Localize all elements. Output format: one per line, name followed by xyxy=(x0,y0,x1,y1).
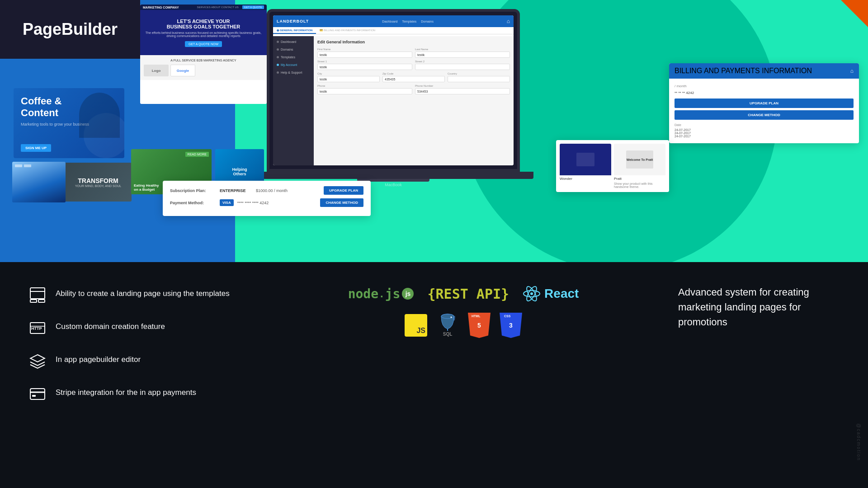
marketing-logos: Logo Google xyxy=(144,65,263,76)
sidebar-dashboard[interactable]: Dashboard xyxy=(273,38,314,46)
marketing-nav: MARKETING COMPANY SERVICES ABOUT CONTACT… xyxy=(140,5,267,10)
sub-payment-label: Payment Method: xyxy=(170,201,220,205)
date-3: 24-07-2017 xyxy=(675,135,854,138)
change-method-btn[interactable]: CHANGE METHOD xyxy=(320,198,363,207)
nav-item-2: Templates xyxy=(402,20,416,23)
get-quote-main-btn[interactable]: GET A QUOTE NOW xyxy=(185,41,222,47)
home-icon: ⌂ xyxy=(507,18,510,24)
sidebar-help[interactable]: Help & Support xyxy=(273,69,314,76)
sidebar-templates-label: Templates xyxy=(281,56,295,59)
sidebar-templates[interactable]: Templates xyxy=(273,53,314,61)
food-title: Eating Healthyon a Budget xyxy=(134,183,159,192)
billing-panel: BILLING AND PAYMENTS INFORMATION ⌂ / mon… xyxy=(669,63,859,143)
bottom-right-text: Advanced system for creating marketing l… xyxy=(678,285,841,329)
laptop-main: Edit General Information First Name test… xyxy=(314,36,514,165)
nodejs-circle: js xyxy=(402,288,414,300)
sidebar-domains[interactable]: Domains xyxy=(273,46,314,53)
sidebar-label: Dashboard xyxy=(281,40,296,43)
ski-dots xyxy=(15,164,63,171)
marketing-header-title: LET'S ACHIEVE YOURBUSINESS GOALS TOGETHE… xyxy=(167,19,240,29)
nav-item-1: Dashboard xyxy=(382,20,397,23)
sidebar-dot-5 xyxy=(277,71,279,74)
sidebar-account[interactable]: My Account xyxy=(273,61,314,69)
upgrade-plan-btn[interactable]: UPGRADE PLAN xyxy=(324,186,363,195)
sub-payment-row: Payment Method: VISA **** **** **** 4242… xyxy=(170,198,363,207)
feature-item-4: Stripe integration for the in app paymen… xyxy=(27,384,267,404)
input-city[interactable]: testik xyxy=(317,76,380,82)
features-list: Ability to create a landing page using t… xyxy=(27,285,267,417)
input-phonenumber[interactable]: 534453 xyxy=(415,88,510,94)
svg-rect-2 xyxy=(38,300,45,302)
person-silhouette xyxy=(79,93,120,138)
svg-rect-0 xyxy=(30,288,45,299)
pratt-thumb: Welcome To Pratt xyxy=(614,144,665,175)
sub-plan-name: ENTERPRISE xyxy=(220,188,256,193)
js-text: JS xyxy=(416,327,425,335)
sidebar-domains-label: Domains xyxy=(281,48,293,51)
billing-change-btn[interactable]: CHANGE METHOD xyxy=(675,110,854,120)
form-row-2: Street 1 testik Street 2 xyxy=(317,60,510,70)
layout-icon xyxy=(27,285,47,305)
rest-api-text: {REST API} xyxy=(427,286,509,302)
field-country: Country xyxy=(448,72,510,82)
tab-general[interactable]: ◉ GENERAL INFORMATION xyxy=(273,27,316,34)
laptop-topbar: LANDERBOLT Dashboard Templates Domains ⌂ xyxy=(273,15,514,27)
template-wonder: Wonder xyxy=(560,144,611,188)
node-js: js xyxy=(385,286,401,301)
date-2: 24-07-2017 xyxy=(675,131,854,135)
laptop-nav: Dashboard Templates Domains xyxy=(382,20,434,23)
billing-card-row: ** ** ** 4242 xyxy=(675,91,854,95)
app-title: PageBuilder xyxy=(23,20,118,39)
css-text: CSS xyxy=(504,314,510,318)
css3-bg: 3 xyxy=(500,313,522,338)
label-phonenumber: Phone Number xyxy=(415,84,510,87)
logo-placeholder-1: Logo xyxy=(144,65,169,76)
sidebar-dot xyxy=(277,41,279,43)
field-zipcode: Zip Code 435435 xyxy=(382,72,445,82)
form-row-1: First Name testik Last Name testik xyxy=(317,48,510,58)
templates-grid: Wonder Welcome To Pratt Pratt Show your … xyxy=(560,144,665,188)
input-lastname[interactable]: testik xyxy=(415,52,510,58)
billing-upgrade-btn[interactable]: UPGRADE PLAN xyxy=(675,99,854,108)
billing-dates: Date 24-07-2017 24-07-2017 24-07-2017 xyxy=(675,123,854,138)
label-street2: Street 2 xyxy=(415,60,510,63)
input-street2[interactable] xyxy=(415,64,510,70)
tab-billing[interactable]: 💳 BILLING AND PAYMENTS INFORMATION xyxy=(316,27,379,34)
coffee-signup-btn[interactable]: SIGN ME UP xyxy=(21,144,51,152)
input-zipcode[interactable]: 435435 xyxy=(382,76,445,82)
date-1: 24-07-2017 xyxy=(675,128,854,131)
templates-panel: Wonder Welcome To Pratt Pratt Show your … xyxy=(556,140,669,192)
tech-row-1: node . js js {REST API} xyxy=(348,285,579,303)
svg-text:HTTP: HTTP xyxy=(31,326,42,331)
feature-text-2: Custom domain creation feature xyxy=(56,318,165,332)
sidebar-help-label: Help & Support xyxy=(281,71,302,74)
feature-item-1: Ability to create a landing page using t… xyxy=(27,285,267,305)
watermark: @cadcmotion xyxy=(856,423,861,461)
svg-rect-1 xyxy=(30,300,37,302)
marketing-preview: MARKETING COMPANY SERVICES ABOUT CONTACT… xyxy=(140,5,267,104)
form-row-4: Phone testik Phone Number 534453 xyxy=(317,84,510,94)
restapi-logo: {REST API} xyxy=(427,286,509,302)
label-firstname: First Name xyxy=(317,48,412,51)
input-phone[interactable]: testik xyxy=(317,88,412,94)
marketing-header: LET'S ACHIEVE YOURBUSINESS GOALS TOGETHE… xyxy=(140,10,267,55)
label-phone: Phone xyxy=(317,84,412,87)
card-number: **** **** **** 4242 xyxy=(237,201,321,205)
pg-label: SQL xyxy=(443,332,453,337)
billing-body: / month ** ** ** 4242 UPGRADE PLAN CHANG… xyxy=(669,79,859,143)
marketing-brand: MARKETING COMPANY xyxy=(143,6,179,9)
label-street1: Street 1 xyxy=(317,60,412,63)
input-firstname[interactable]: testik xyxy=(317,52,412,58)
wonder-name: Wonder xyxy=(560,175,611,182)
ski-thumbnail xyxy=(12,162,66,202)
blue-thumb-text: HelpingOthers xyxy=(230,164,250,179)
feature-text-1: Ability to create a landing page using t… xyxy=(56,285,230,299)
input-street1[interactable]: testik xyxy=(317,64,412,70)
sub-plan-price: $1000.00 / month xyxy=(256,188,324,193)
pratt-desc: Show your product with this handsome the… xyxy=(614,182,665,188)
input-country[interactable] xyxy=(448,76,510,82)
google-logo: Google xyxy=(170,65,195,76)
laptop-screen-inner: LANDERBOLT Dashboard Templates Domains ⌂… xyxy=(273,15,514,165)
react-text: React xyxy=(544,286,579,301)
svg-marker-7 xyxy=(30,355,45,362)
